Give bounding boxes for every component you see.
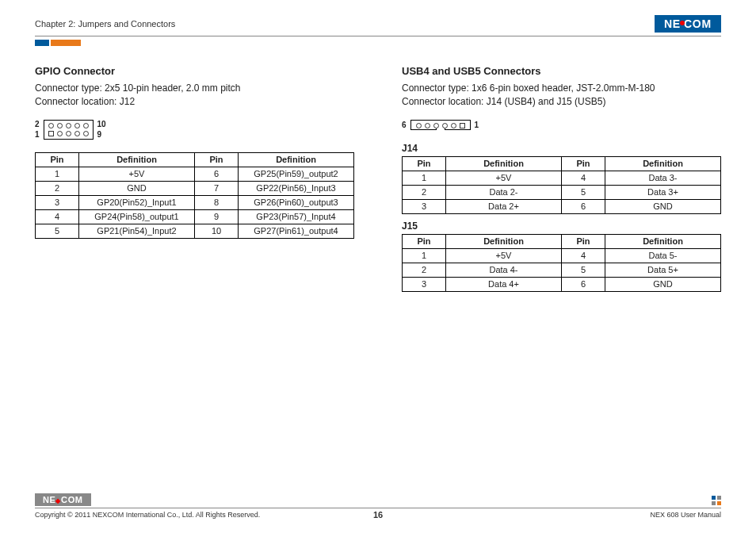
footer-logo: NE◆COM — [35, 493, 91, 506]
gpio-section: GPIO Connector Connector type: 2x5 10-pi… — [35, 65, 354, 292]
table-row: 2Data 4-5Data 5+ — [403, 263, 721, 277]
usb-title: USB4 and USB5 Connectors — [402, 65, 721, 77]
j15-table: Pin Definition Pin Definition 1+5V4Data … — [402, 234, 721, 292]
usb-description: Connector type: 1x6 6-pin boxed header, … — [402, 82, 721, 109]
copyright-text: Copyright © 2011 NEXCOM International Co… — [35, 511, 260, 519]
usb-diagram: 6 1 — [402, 120, 721, 130]
svg-rect-3 — [717, 501, 721, 505]
gpio-diagram: 2 1 10 9 — [35, 120, 354, 140]
table-row: 3Data 2+6GND — [403, 199, 721, 213]
gpio-table: Pin Definition Pin Definition 1+5V6GP25(… — [35, 152, 354, 239]
table-header-row: Pin Definition Pin Definition — [36, 152, 354, 167]
j14-table: Pin Definition Pin Definition 1+5V4Data … — [402, 156, 721, 214]
j14-label: J14 — [402, 143, 721, 154]
table-row: 2Data 2-5Data 3+ — [403, 185, 721, 199]
usb-section: USB4 and USB5 Connectors Connector type:… — [402, 65, 721, 292]
table-row: 1+5V4Data 5- — [403, 248, 721, 263]
table-row: 3GP20(Pin52)_Input18GP26(Pin60)_output3 — [36, 195, 354, 209]
table-row: 1+5V4Data 3- — [403, 171, 721, 185]
svg-rect-0 — [712, 496, 716, 500]
section-tab-bar — [35, 40, 721, 48]
svg-rect-1 — [717, 496, 721, 500]
brand-logo: NECOM — [655, 15, 721, 33]
table-header-row: Pin Definition Pin Definition — [403, 234, 721, 248]
table-row: 1+5V6GP25(Pin59)_output2 — [36, 167, 354, 181]
page-header: Chapter 2: Jumpers and Connectors NECOM — [35, 14, 721, 36]
page-footer: NE◆COM Copyright © 2011 NEXCOM Internati… — [35, 493, 721, 519]
page-corner-icon — [712, 496, 721, 505]
table-row: 2GND7GP22(Pin56)_Input3 — [36, 181, 354, 195]
table-row: 5GP21(Pin54)_Input210GP27(Pin61)_output4 — [36, 224, 354, 238]
table-row: 4GP24(Pin58)_output19GP23(Pin57)_Input4 — [36, 209, 354, 224]
svg-rect-2 — [712, 501, 716, 505]
table-row: 3Data 4+6GND — [403, 277, 721, 291]
j15-label: J15 — [402, 220, 721, 232]
chapter-title: Chapter 2: Jumpers and Connectors — [35, 19, 175, 29]
manual-name: NEX 608 User Manual — [650, 511, 721, 519]
gpio-description: Connector type: 2x5 10-pin header, 2.0 m… — [35, 82, 354, 109]
gpio-title: GPIO Connector — [35, 65, 354, 77]
table-header-row: Pin Definition Pin Definition — [403, 156, 721, 171]
page-number: 16 — [373, 510, 383, 520]
